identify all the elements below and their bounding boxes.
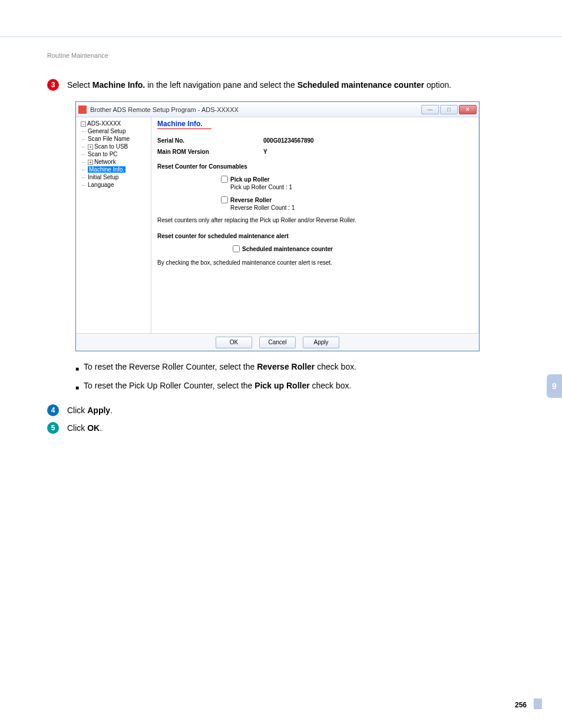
- page-number: 256: [515, 701, 527, 709]
- serial-label: Serial No.: [157, 137, 263, 144]
- sched-note: By checking the box, scheduled maintenan…: [157, 259, 473, 266]
- rom-value: Y: [263, 149, 267, 155]
- top-divider: [0, 37, 562, 37]
- bullet-2: ■ To reset the Pick Up Roller Counter, s…: [75, 380, 531, 394]
- tree-item[interactable]: +Scan to USB: [77, 143, 150, 150]
- section-header: Routine Maintenance: [47, 52, 108, 59]
- tree-item[interactable]: Initial Setup: [77, 173, 150, 181]
- t: Click: [67, 423, 87, 433]
- close-button[interactable]: ✕: [459, 105, 477, 114]
- pickup-roller-label: Pick up Roller: [230, 176, 270, 183]
- app-body: -ADS-XXXXX General Setup Scan File Name …: [76, 117, 479, 333]
- t: Machine Info.: [88, 166, 125, 173]
- app-icon: [78, 106, 87, 114]
- t: .: [110, 406, 113, 415]
- apply-button[interactable]: Apply: [303, 337, 339, 348]
- step-3-text: Select Machine Info. in the left navigat…: [67, 79, 451, 91]
- content-panel: Machine Info. Serial No. 000G01234567890…: [151, 117, 479, 333]
- panel-title: Machine Info.: [157, 120, 473, 129]
- tree-item[interactable]: Scan File Name: [77, 135, 150, 143]
- consumables-note: Reset counters only after replacing the …: [157, 217, 473, 223]
- t: Select: [67, 80, 92, 90]
- step-badge-5: 5: [47, 422, 59, 434]
- tree-item-selected[interactable]: Machine Info.: [77, 166, 150, 173]
- reverse-roller-label: Reverse Roller: [230, 197, 272, 203]
- t: option.: [424, 80, 451, 90]
- chapter-tab: 9: [547, 374, 562, 398]
- sched-maintenance-checkbox[interactable]: [233, 245, 240, 252]
- t: Pick up Roller: [254, 381, 309, 390]
- reset-sched-heading: Reset counter for scheduled maintenance …: [157, 233, 473, 239]
- tree-item[interactable]: General Setup: [77, 127, 150, 135]
- bullet-icon: ■: [75, 361, 79, 375]
- reverse-roller-checkbox[interactable]: [221, 196, 228, 203]
- page-content: 3 Select Machine Info. in the left navig…: [47, 79, 531, 439]
- expand-icon[interactable]: +: [88, 144, 93, 150]
- sched-checkbox-row: Scheduled maintenance counter: [233, 245, 473, 252]
- cancel-button[interactable]: Cancel: [259, 337, 296, 348]
- t: To reset the Reverse Roller Counter, sel…: [84, 362, 257, 371]
- ok-button[interactable]: OK: [216, 337, 252, 348]
- t: Scheduled maintenance counter: [297, 80, 425, 90]
- serial-value: 000G01234567890: [263, 137, 314, 144]
- tree-item[interactable]: +Network: [77, 158, 150, 166]
- t: Reverse Roller: [257, 362, 315, 371]
- t: .: [100, 423, 102, 433]
- bullet-list: ■ To reset the Reverse Roller Counter, s…: [75, 361, 531, 394]
- step-4: 4 Click Apply.: [47, 404, 531, 416]
- sched-label: Scheduled maintenance counter: [242, 246, 333, 252]
- rom-label: Main ROM Version: [157, 149, 263, 155]
- t: check box.: [315, 362, 356, 371]
- collapse-icon[interactable]: -: [81, 121, 86, 127]
- step-3: 3 Select Machine Info. in the left navig…: [47, 79, 531, 91]
- t: Machine Info.: [92, 80, 145, 90]
- titlebar: Brother ADS Remote Setup Program - ADS-X…: [76, 102, 479, 117]
- step-badge-3: 3: [47, 79, 59, 91]
- maximize-button[interactable]: □: [440, 105, 458, 114]
- t: OK: [87, 423, 100, 433]
- dialog-footer: OK Cancel Apply: [76, 333, 479, 351]
- app-window: Brother ADS Remote Setup Program - ADS-X…: [75, 101, 480, 351]
- window-controls: — □ ✕: [421, 105, 477, 114]
- bullet-icon: ■: [75, 380, 79, 394]
- serial-row: Serial No. 000G01234567890: [157, 137, 473, 144]
- bullet-1-text: To reset the Reverse Roller Counter, sel…: [84, 361, 356, 373]
- pickup-roller-checkbox[interactable]: [221, 176, 228, 183]
- reset-consumables-heading: Reset Counter for Consumables: [157, 163, 473, 170]
- tree-root[interactable]: -ADS-XXXXX: [77, 120, 150, 127]
- nav-tree[interactable]: -ADS-XXXXX General Setup Scan File Name …: [76, 117, 151, 333]
- reverse-count: Reverse Roller Count : 1: [230, 205, 473, 211]
- tree-item[interactable]: Scan to PC: [77, 150, 150, 158]
- t: Apply: [87, 406, 110, 415]
- rom-row: Main ROM Version Y: [157, 149, 473, 155]
- t: ADS-XXXXX: [87, 120, 121, 127]
- t: Network: [94, 159, 116, 165]
- expand-icon[interactable]: +: [88, 160, 93, 165]
- page-corner-decoration: [534, 699, 542, 709]
- step-5: 5 Click OK.: [47, 422, 531, 434]
- minimize-button[interactable]: —: [421, 105, 439, 114]
- step-badge-4: 4: [47, 404, 59, 416]
- bullet-1: ■ To reset the Reverse Roller Counter, s…: [75, 361, 531, 375]
- pickup-count: Pick up Roller Count : 1: [230, 184, 473, 190]
- step-5-text: Click OK.: [67, 422, 102, 434]
- tree-item[interactable]: Language: [77, 181, 150, 189]
- t: in the left navigation pane and select t…: [145, 80, 297, 90]
- t: To reset the Pick Up Roller Counter, sel…: [84, 381, 254, 390]
- t: Scan to USB: [94, 143, 128, 150]
- reverse-roller-checkbox-row: Reverse Roller: [221, 196, 473, 203]
- step-4-text: Click Apply.: [67, 404, 113, 416]
- bullet-2-text: To reset the Pick Up Roller Counter, sel…: [84, 380, 351, 391]
- window-title: Brother ADS Remote Setup Program - ADS-X…: [90, 106, 421, 113]
- t: Click: [67, 406, 87, 415]
- pickup-roller-checkbox-row: Pick up Roller: [221, 176, 473, 183]
- t: check box.: [310, 381, 352, 390]
